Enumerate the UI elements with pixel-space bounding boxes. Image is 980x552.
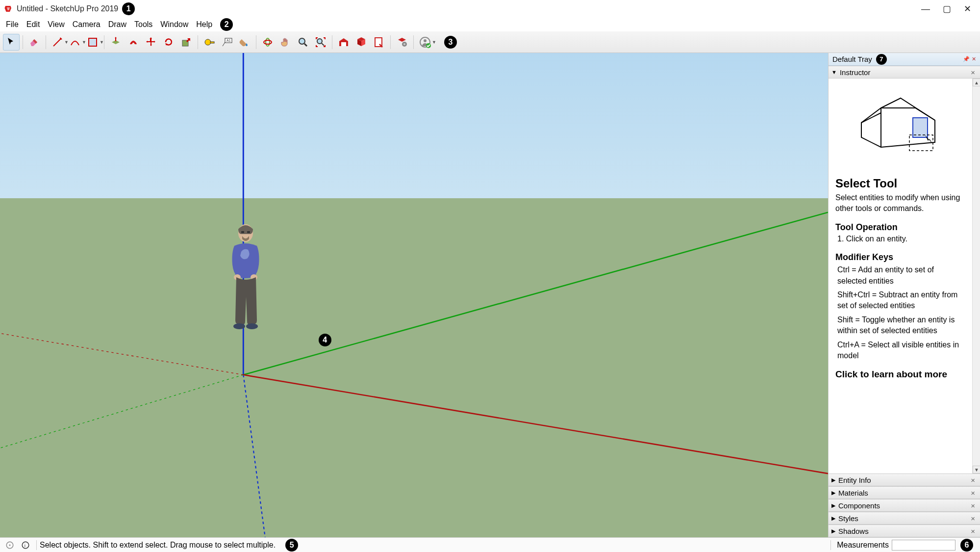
info-icon[interactable]: i [20, 539, 31, 551]
instructor-heading: Select Tool [835, 177, 965, 190]
panel-close-icon[interactable]: × [969, 514, 977, 523]
zoom-tool[interactable] [295, 34, 311, 51]
panel-close-icon[interactable]: × [969, 501, 977, 510]
svg-point-28 [233, 323, 245, 329]
tray-title: Default Tray [832, 55, 872, 63]
select-tool[interactable] [3, 34, 20, 51]
menu-tools[interactable]: Tools [130, 19, 156, 30]
geo-location-icon[interactable] [4, 539, 16, 551]
measurements-label: Measurements [834, 541, 892, 550]
svg-point-13 [403, 43, 405, 45]
text-tool[interactable]: A1 [219, 34, 235, 51]
panel-components-label: Components [838, 501, 880, 510]
modifier-ctrl: Ctrl = Add an entity to set of selected … [835, 264, 965, 287]
svg-point-7 [264, 40, 272, 44]
menu-edit[interactable]: Edit [23, 19, 44, 30]
zoom-extents-tool[interactable] [312, 34, 329, 51]
layout-tool[interactable] [371, 34, 387, 51]
default-tray: Default Tray 7 📌 ✕ ▼ Instructor × [828, 53, 980, 537]
scale-tool[interactable] [178, 34, 195, 51]
panel-instructor-label: Instructor [840, 68, 871, 77]
modifier-shiftctrl: Shift+Ctrl = Subtract an entity from set… [835, 289, 965, 312]
operation-step: 1. Click on an entity. [835, 235, 965, 243]
svg-point-33 [9, 544, 11, 546]
rotate-tool[interactable] [160, 34, 177, 51]
svg-line-22 [0, 333, 243, 374]
offset-tool[interactable] [125, 34, 142, 51]
panel-materials[interactable]: ▶Materials× [829, 486, 980, 499]
pan-tool[interactable] [277, 34, 294, 51]
instructor-scrollbar[interactable]: ▲ ▼ [972, 79, 980, 473]
modifier-shift: Shift = Toggle whether an entity is with… [835, 315, 965, 337]
panel-instructor-header[interactable]: ▼ Instructor × [829, 66, 980, 79]
scroll-down-icon[interactable]: ▼ [973, 466, 980, 473]
svg-rect-30 [913, 118, 928, 137]
instructor-description: Select entities to modify when using oth… [835, 192, 965, 213]
annotation-6: 6 [960, 539, 973, 552]
maximize-button[interactable]: ▢ [943, 3, 951, 14]
panel-entity-info[interactable]: ▶Entity Info× [829, 473, 980, 486]
svg-rect-10 [341, 42, 346, 46]
extension-warehouse-tool[interactable] [353, 34, 370, 51]
svg-text:A1: A1 [226, 39, 231, 42]
svg-rect-24 [241, 231, 244, 233]
tray-header[interactable]: Default Tray 7 📌 ✕ [829, 53, 980, 66]
panel-styles[interactable]: ▶Styles× [829, 512, 980, 525]
panel-close-icon[interactable]: × [969, 527, 977, 535]
measurements-input[interactable] [892, 540, 955, 551]
svg-rect-0 [89, 38, 97, 46]
menu-camera[interactable]: Camera [69, 19, 104, 30]
panel-shadows-label: Shadows [838, 527, 869, 535]
orbit-tool[interactable] [259, 34, 276, 51]
scale-figure [224, 222, 268, 342]
status-message: Select objects. Shift to extend select. … [40, 541, 276, 550]
annotation-2: 2 [220, 18, 233, 31]
panel-entity-info-label: Entity Info [838, 476, 871, 484]
panel-styles-label: Styles [838, 514, 858, 523]
learn-more-link[interactable]: Click to learn about more [835, 369, 965, 380]
3d-viewport[interactable]: 4 [0, 53, 828, 537]
app-icon [4, 4, 13, 13]
scroll-up-icon[interactable]: ▲ [973, 79, 980, 86]
annotation-7: 7 [876, 54, 887, 65]
menu-file[interactable]: File [2, 19, 23, 30]
menu-window[interactable]: Window [156, 19, 192, 30]
line-tool[interactable]: ▼ [49, 34, 66, 51]
model-axes [0, 53, 828, 537]
svg-point-9 [317, 39, 322, 44]
close-button[interactable]: ✕ [964, 3, 971, 14]
warehouse-tool[interactable] [335, 34, 352, 51]
annotation-1: 1 [122, 2, 135, 15]
annotation-5: 5 [285, 539, 298, 552]
svg-line-18 [243, 375, 265, 537]
menu-draw[interactable]: Draw [104, 19, 130, 30]
svg-rect-25 [247, 231, 250, 233]
tape-tool[interactable] [201, 34, 218, 51]
window-title: Untitled - SketchUp Pro 2019 [17, 4, 118, 13]
panel-components[interactable]: ▶Components× [829, 499, 980, 512]
shapes-tool[interactable]: ▼ [84, 34, 101, 51]
user-account-tool[interactable]: ▼ [417, 34, 433, 51]
instructor-illustration [835, 93, 965, 162]
svg-point-8 [299, 38, 305, 44]
modifier-heading: Modifier Keys [835, 252, 965, 263]
minimize-button[interactable]: — [921, 4, 930, 14]
paint-tool[interactable] [236, 34, 253, 51]
eraser-tool[interactable] [26, 34, 43, 51]
extension-manager-tool[interactable] [394, 34, 410, 51]
panel-materials-label: Materials [838, 489, 868, 497]
tray-pin-icon[interactable]: 📌 [963, 56, 970, 62]
panel-close-icon[interactable]: × [969, 489, 977, 497]
menu-view[interactable]: View [44, 19, 68, 30]
panel-close-icon[interactable]: × [969, 68, 977, 77]
move-tool[interactable] [143, 34, 159, 51]
status-bar: i Select objects. Shift to extend select… [0, 537, 980, 552]
tray-close-icon[interactable]: ✕ [972, 56, 976, 62]
panel-close-icon[interactable]: × [969, 476, 977, 484]
arc-tool[interactable]: ▼ [67, 34, 83, 51]
panel-shadows[interactable]: ▶Shadows× [829, 525, 980, 537]
pushpull-tool[interactable] [107, 34, 124, 51]
instructor-content: Select Tool Select entities to modify wh… [829, 79, 972, 473]
svg-point-29 [246, 323, 258, 329]
menu-help[interactable]: Help [192, 19, 216, 30]
